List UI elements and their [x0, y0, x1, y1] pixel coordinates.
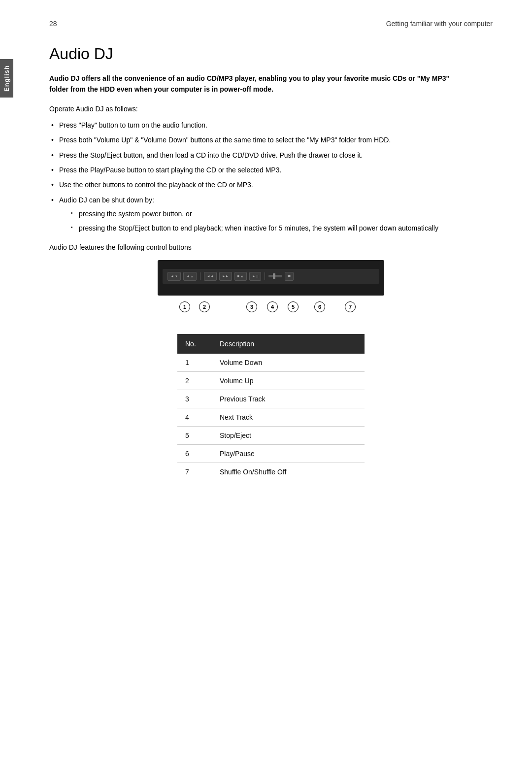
diagram-num-6: 6 [314, 301, 325, 312]
diagram-num-5: 5 [288, 301, 299, 312]
col-desc-header: Description [212, 334, 365, 354]
table-cell-no: 7 [177, 463, 212, 481]
table-cell-no: 1 [177, 354, 212, 372]
shuffle-btn: ⇄ [285, 272, 294, 281]
table-cell-desc: Volume Down [212, 354, 365, 372]
table-row: 5Stop/Eject [177, 426, 365, 444]
page-header: 28 Getting familiar with your computer [49, 20, 493, 30]
table-cell-no: 2 [177, 371, 212, 390]
vol-down-btn: ◄ ▼ [167, 272, 181, 281]
controls-strip: ◄ ▼ ◄ ▲ ◄◄ ►► ■ [163, 269, 379, 284]
bullet-item-4: Press the Play/Pause button to start pla… [49, 165, 493, 175]
bullet-list: Press "Play" button to turn on the audio… [49, 120, 493, 233]
table-cell-no: 3 [177, 390, 212, 408]
bullet-item-5: Use the other buttons to control the pla… [49, 179, 493, 190]
next-track-btn: ►► [219, 272, 232, 281]
bullet-item-2: Press both "Volume Up" & "Volume Down" b… [49, 134, 493, 145]
table-row: 6Play/Pause [177, 444, 365, 463]
diagram-num-7: 7 [345, 301, 356, 312]
table-cell-desc: Previous Track [212, 390, 365, 408]
diagram-num-1: 1 [179, 301, 190, 312]
features-label: Audio DJ features the following control … [49, 243, 493, 251]
controls-table-container: No. Description 1Volume Down2Volume Up3P… [177, 334, 365, 481]
table-cell-no: 4 [177, 408, 212, 426]
table-cell-no: 6 [177, 444, 212, 463]
stop-eject-btn: ■ ▲ [234, 272, 247, 281]
intro-paragraph: Audio DJ offers all the convenience of a… [49, 73, 453, 95]
vol-up-btn: ◄ ▲ [183, 272, 197, 281]
page-number: 28 [49, 20, 57, 28]
table-cell-desc: Next Track [212, 408, 365, 426]
table-cell-desc: Stop/Eject [212, 426, 365, 444]
bullet-item-6: Audio DJ can be shut down by: pressing t… [49, 195, 493, 233]
table-row: 4Next Track [177, 408, 365, 426]
table-cell-desc: Shuffle On/Shuffle Off [212, 463, 365, 481]
bullet-item-1: Press "Play" button to turn on the audio… [49, 120, 493, 131]
device-diagram: ◄ ▼ ◄ ▲ ◄◄ ►► ■ [49, 260, 493, 319]
table-cell-no: 5 [177, 426, 212, 444]
diagram-num-2: 2 [199, 301, 210, 312]
table-cell-desc: Play/Pause [212, 444, 365, 463]
bullet-item-3: Press the Stop/Eject button, and then lo… [49, 150, 493, 161]
col-no-header: No. [177, 334, 212, 354]
sidebar-language-tab: English [0, 59, 13, 98]
operate-label: Operate Audio DJ as follows: [49, 105, 493, 113]
sub-bullet-item-1: pressing the system power button, or [69, 208, 493, 219]
play-pause-btn: ► || [249, 272, 262, 281]
table-row: 2Volume Up [177, 371, 365, 390]
page-header-title: Getting familiar with your computer [386, 20, 493, 28]
diagram-num-3: 3 [246, 301, 257, 312]
table-cell-desc: Volume Up [212, 371, 365, 390]
sub-bullet-item-2: pressing the Stop/Eject button to end pl… [69, 223, 493, 233]
volume-slider [268, 275, 282, 277]
section-title: Audio DJ [49, 45, 493, 63]
sub-bullet-list: pressing the system power button, or pre… [69, 208, 493, 233]
prev-track-btn: ◄◄ [204, 272, 217, 281]
diagram-num-4: 4 [267, 301, 278, 312]
table-row: 7Shuffle On/Shuffle Off [177, 463, 365, 481]
table-row: 3Previous Track [177, 390, 365, 408]
controls-table: No. Description 1Volume Down2Volume Up3P… [177, 334, 365, 481]
table-header-row: No. Description [177, 334, 365, 354]
table-row: 1Volume Down [177, 354, 365, 372]
